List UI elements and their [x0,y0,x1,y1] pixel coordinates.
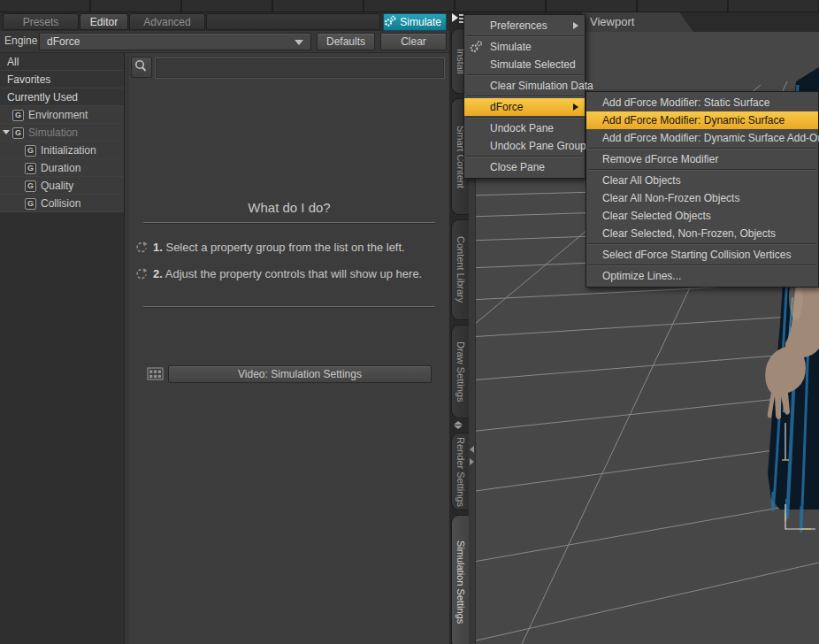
menu-item-label: Add dForce Modifier: Dynamic Surface [602,114,785,126]
step-text: Adjust the property controls that will s… [163,267,422,280]
expand-arrow-icon[interactable] [3,130,10,134]
menu-item-label: Clear Simulation Data [490,80,593,92]
dock-scroll-arrows[interactable] [454,420,464,431]
chevron-down-icon [295,40,303,45]
group-icon: G [25,180,36,192]
simulate-button[interactable]: Simulate [383,13,447,31]
menu-item-close-pane[interactable]: Close Pane [464,158,585,176]
property-group-list: All Favorites Currently Used G Environme… [0,53,125,644]
menu-item-clear-all-objects[interactable]: Clear All Objects [586,172,818,189]
sidebar-item-all[interactable]: All [0,53,124,71]
sidebar-item-environment[interactable]: G Environment [0,106,124,124]
menu-item-label: Select dForce Starting Collision Vertice… [602,249,791,261]
engine-dropdown-value: dForce [47,35,80,48]
menu-item-undock-pane[interactable]: Undock Pane [464,119,585,137]
menu-item-remove-dforce-modifier[interactable]: Remove dForce Modifier [586,150,818,168]
menu-item-label: Preferences [490,19,547,32]
menu-separator [466,117,583,119]
search-input[interactable] [155,58,445,79]
splitter-right-arrow-icon[interactable] [470,458,474,465]
menu-item-preferences[interactable]: Preferences [464,17,585,34]
splitter-left-arrow-icon[interactable] [470,446,474,453]
menu-item-label: Undock Pane Group [490,140,586,152]
menu-separator [588,169,816,171]
sidebar-item-label: Simulation [28,126,78,139]
menu-item-label: Optimize Lines... [602,270,681,282]
tab-bar-filler [206,13,380,30]
group-icon: G [25,163,36,174]
menu-item-add-dynamic-surface[interactable]: Add dForce Modifier: Dynamic Surface [586,111,818,129]
refresh-arrow-icon [134,241,148,257]
menu-item-label: Add dForce Modifier: Static Surface [602,96,769,109]
dock-tab-render-settings[interactable]: Render Settings [451,433,469,510]
pane-context-menu: Preferences Simulate Simulate Selected C… [463,14,586,179]
sidebar-item-label: Environment [28,109,88,121]
engine-dropdown[interactable]: dForce [39,33,311,50]
gears-icon [383,15,397,30]
menu-item-label: Close Pane [490,161,545,173]
video-row: Video: Simulation Settings [129,364,449,384]
sidebar-item-label: Initialization [41,144,96,157]
menu-item-dforce[interactable]: dForce [464,98,585,116]
menu-item-label: Clear All Non-Frozen Objects [602,192,739,204]
sidebar-item-label: Collision [41,197,80,210]
menu-item-label: Add dForce Modifier: Dynamic Surface Add… [602,132,819,144]
viewport-tab[interactable]: Viewport [582,12,693,32]
sidebar-item-quality[interactable]: G Quality [0,177,124,195]
menu-item-simulate-selected[interactable]: Simulate Selected [464,56,585,73]
submenu-arrow-icon [573,22,578,29]
engine-toolbar: Engine : dForce Defaults Clear [0,31,449,53]
menu-separator [466,96,583,97]
sidebar-item-duration[interactable]: G Duration [0,159,124,177]
pane-tab-bar: Presets Editor Advanced Simulate [0,12,449,31]
menu-item-undock-pane-group[interactable]: Undock Pane Group [464,137,585,155]
menu-separator [588,148,816,150]
menu-item-add-dynamic-surface-addon[interactable]: Add dForce Modifier: Dynamic Surface Add… [586,129,818,147]
sidebar-item-initialization[interactable]: G Initialization [0,142,124,159]
search-button[interactable] [131,57,152,78]
divider [143,306,435,307]
menu-item-clear-selected-objects[interactable]: Clear Selected Objects [586,207,818,225]
divider [143,222,435,223]
sidebar-item-currently-used[interactable]: Currently Used [0,88,124,106]
help-title: What do I do? [129,200,449,215]
group-icon: G [25,198,36,210]
menu-separator [466,156,583,157]
menu-item-clear-simulation-data[interactable]: Clear Simulation Data [464,77,585,95]
defaults-button[interactable]: Defaults [317,33,375,50]
dforce-submenu: Add dForce Modifier: Static Surface Add … [586,91,819,288]
menu-item-clear-all-non-frozen-objects[interactable]: Clear All Non-Frozen Objects [586,189,818,207]
menu-item-clear-selected-non-frozen-objects[interactable]: Clear Selected, Non-Frozen, Objects [586,225,818,242]
tab-advanced[interactable]: Advanced [129,13,205,30]
menu-item-label: Clear Selected, Non-Frozen, Objects [602,227,776,240]
sidebar-item-simulation[interactable]: G Simulation [0,124,124,142]
sidebar-item-collision[interactable]: G Collision [0,195,124,212]
dock-tab-draw-settings[interactable]: Draw Settings [451,325,469,418]
sidebar-item-label: Duration [41,162,80,174]
menu-item-select-dforce-starting-collision-vertices[interactable]: Select dForce Starting Collision Vertice… [586,246,818,264]
simulation-settings-pane: Presets Editor Advanced Simulate Engine … [0,12,449,644]
tab-editor[interactable]: Editor [80,13,128,30]
step-text: Select a property group from the list on… [163,241,405,254]
refresh-arrow-icon [134,267,148,283]
sidebar-item-label: Quality [41,180,73,192]
help-step-1: 1. Select a property group from the list… [134,241,405,257]
engine-label: Engine : [4,34,43,47]
film-icon [147,366,164,385]
menu-item-optimize-lines[interactable]: Optimize Lines... [586,267,818,285]
menu-item-label: Simulate [490,41,532,53]
top-toolbar-strip [0,0,819,12]
menu-item-label: Clear All Objects [602,174,681,187]
video-simulation-settings-button[interactable]: Video: Simulation Settings [168,365,432,383]
dock-tab-content-library[interactable]: Content Library [451,219,469,320]
dock-tab-simulation-settings[interactable]: Simulation Settings [451,515,469,644]
sidebar-item-favorites[interactable]: Favorites [0,71,124,88]
group-icon: G [12,110,24,121]
clear-button[interactable]: Clear [380,33,447,50]
menu-separator [588,243,816,245]
menu-item-simulate[interactable]: Simulate [464,38,585,56]
menu-item-add-static-surface[interactable]: Add dForce Modifier: Static Surface [586,94,818,111]
property-editor-area: What do I do? 1. Select a property group… [129,53,449,644]
tab-presets[interactable]: Presets [3,13,79,30]
menu-item-label: Clear Selected Objects [602,210,711,222]
